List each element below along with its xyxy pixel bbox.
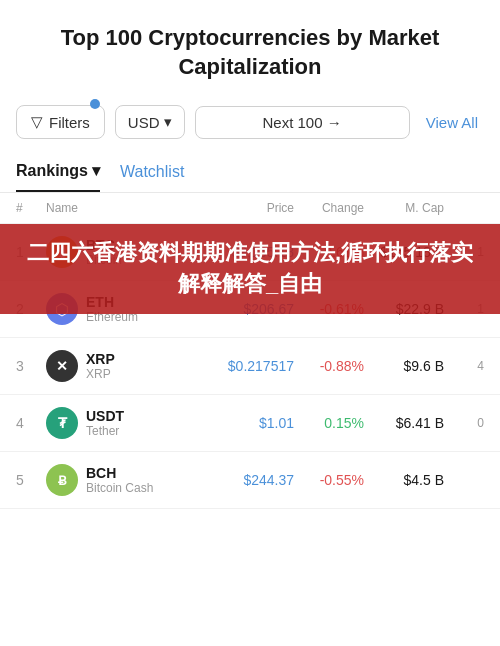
row-num: 4 <box>16 415 46 431</box>
coin-price: $1.01 <box>194 415 294 431</box>
filter-label: Filters <box>49 114 90 131</box>
col-header-mcap: M. Cap <box>364 201 444 215</box>
currency-button[interactable]: USD ▾ <box>115 105 185 139</box>
coin-info: Ƀ BCH Bitcoin Cash <box>46 464 194 496</box>
coin-symbol: BCH <box>86 465 153 481</box>
coin-mcap: $6.41 B <box>364 415 444 431</box>
page-header: Top 100 Cryptocurrencies by Market Capit… <box>0 0 500 97</box>
row-num: 5 <box>16 472 46 488</box>
coin-icon: ✕ <box>46 350 78 382</box>
tab-watchlist[interactable]: Watchlist <box>120 153 184 191</box>
coin-mcap: $9.6 B <box>364 358 444 374</box>
coin-name-wrap: XRP XRP <box>86 351 115 381</box>
coin-name-wrap: BCH Bitcoin Cash <box>86 465 153 495</box>
tab-rankings-label: Rankings <box>16 162 88 180</box>
coin-info: ₮ USDT Tether <box>46 407 194 439</box>
coin-extra: 4 <box>444 359 484 373</box>
coin-fullname: Bitcoin Cash <box>86 481 153 495</box>
col-header-extra <box>444 201 484 215</box>
coin-change: -0.88% <box>294 358 364 374</box>
tabs-bar: Rankings ▾ Watchlist <box>0 151 500 193</box>
toolbar: ▽ Filters USD ▾ Next 100 → View All <box>0 97 500 151</box>
filter-icon: ▽ <box>31 113 43 131</box>
coin-mcap: $4.5 B <box>364 472 444 488</box>
coin-change: 0.15% <box>294 415 364 431</box>
table-row: 4 ₮ USDT Tether $1.01 0.15% $6.41 B 0 <box>0 395 500 452</box>
coin-fullname: Tether <box>86 424 124 438</box>
coin-price: $244.37 <box>194 472 294 488</box>
main-content: # Name Price Change M. Cap 1 ₿ BTC Bitco… <box>0 193 500 509</box>
viewall-button[interactable]: View All <box>420 107 484 138</box>
coin-symbol: USDT <box>86 408 124 424</box>
currency-arrow-icon: ▾ <box>164 113 172 131</box>
col-header-change: Change <box>294 201 364 215</box>
col-header-name: Name <box>46 201 194 215</box>
page-title: Top 100 Cryptocurrencies by Market Capit… <box>20 24 480 81</box>
overlay-text: 二四六香港资料期期准使用方法,循环执行落实解释解答_自由 <box>27 240 473 296</box>
coin-fullname: XRP <box>86 367 115 381</box>
table-header: # Name Price Change M. Cap <box>0 193 500 224</box>
table-row: 5 Ƀ BCH Bitcoin Cash $244.37 -0.55% $4.5… <box>0 452 500 509</box>
coin-icon: Ƀ <box>46 464 78 496</box>
coin-icon: ₮ <box>46 407 78 439</box>
tab-rankings-arrow-icon: ▾ <box>92 161 100 180</box>
tab-watchlist-label: Watchlist <box>120 163 184 180</box>
coin-extra: 0 <box>444 416 484 430</box>
overlay-banner: 二四六香港资料期期准使用方法,循环执行落实解释解答_自由 <box>0 224 500 314</box>
next100-label: Next 100 → <box>263 114 342 131</box>
table-row: 3 ✕ XRP XRP $0.217517 -0.88% $9.6 B 4 <box>0 338 500 395</box>
coin-name-wrap: USDT Tether <box>86 408 124 438</box>
coin-info: ✕ XRP XRP <box>46 350 194 382</box>
coin-symbol: XRP <box>86 351 115 367</box>
coin-change: -0.55% <box>294 472 364 488</box>
col-header-num: # <box>16 201 46 215</box>
next100-button[interactable]: Next 100 → <box>195 106 410 139</box>
filter-button[interactable]: ▽ Filters <box>16 105 105 139</box>
col-header-price: Price <box>194 201 294 215</box>
tab-rankings[interactable]: Rankings ▾ <box>16 151 100 192</box>
currency-label: USD <box>128 114 160 131</box>
viewall-label: View All <box>426 114 478 131</box>
coin-price: $0.217517 <box>194 358 294 374</box>
row-num: 3 <box>16 358 46 374</box>
